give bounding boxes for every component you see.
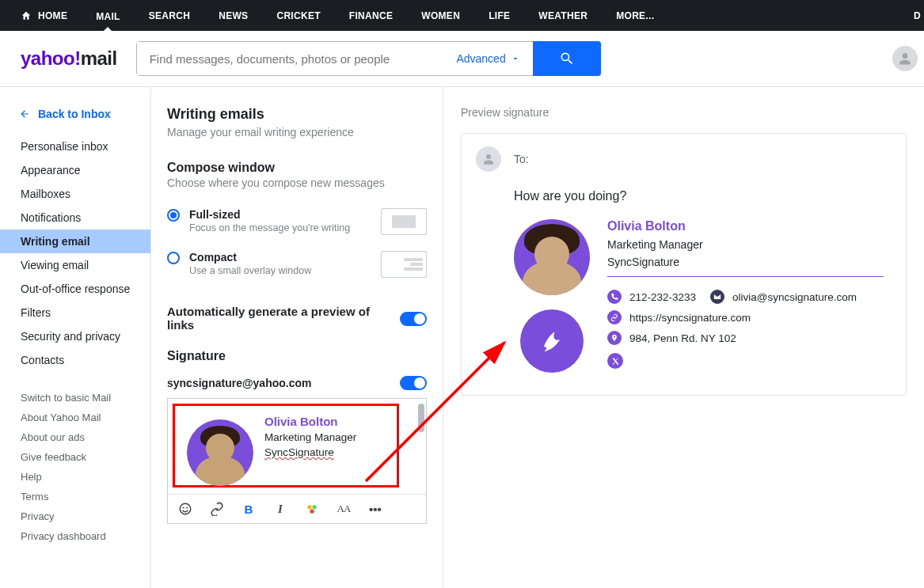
nav-weather[interactable]: WEATHER [538, 10, 587, 21]
search-icon [559, 51, 575, 66]
font-size-button[interactable]: AA [336, 501, 352, 517]
twitter-icon[interactable] [607, 353, 623, 369]
sidebar-feedback[interactable]: Give feedback [0, 447, 150, 467]
color-icon [305, 502, 319, 516]
preview-to-row: To: [476, 146, 884, 172]
emoji-button[interactable] [177, 501, 193, 517]
sidebar-contacts[interactable]: Contacts [0, 348, 150, 372]
sidebar-terms[interactable]: Terms [0, 487, 150, 506]
sidebar-about-yahoo-mail[interactable]: About Yahoo Mail [0, 408, 150, 427]
compact-thumb [381, 251, 427, 278]
nav-news[interactable]: NEWS [219, 10, 248, 21]
sig-small-company: SyncSignature [264, 443, 356, 458]
compose-heading: Compose window [167, 161, 427, 175]
signature-edit-area[interactable]: Olivia Bolton Marketing Manager SyncSign… [168, 399, 426, 494]
to-label: To: [514, 153, 529, 165]
advanced-search-link[interactable]: Advanced [443, 52, 532, 65]
search-box: Advanced [136, 41, 601, 76]
link-preview-toggle[interactable] [400, 312, 427, 326]
bold-button[interactable]: B [241, 501, 257, 517]
color-button[interactable] [304, 501, 320, 517]
sidebar-privacy-dashboard[interactable]: Privacy dashboard [0, 526, 150, 546]
signature-avatar [514, 219, 590, 295]
global-nav: HOME MAIL SEARCH NEWS CRICKET FINANCE WO… [0, 0, 924, 31]
sig-name: Olivia Bolton [607, 219, 884, 233]
sig-company: SyncSignature [607, 251, 884, 268]
radio-compact-sub: Use a small overlay window [189, 265, 311, 276]
signature-editor: Olivia Bolton Marketing Manager SyncSign… [167, 398, 427, 524]
radio-full-sized[interactable] [167, 209, 180, 222]
sig-email-row: olivia@syncsignature.com [710, 286, 857, 307]
compose-option-full[interactable]: Full-sized Focus on the message you're w… [167, 200, 427, 243]
more-button[interactable]: ••• [367, 501, 383, 517]
preview-pane: Preview signature To: How are you doing?… [443, 87, 924, 588]
nav-right-edge: D [914, 10, 921, 21]
nav-search[interactable]: SEARCH [149, 10, 190, 21]
editor-scrollbar[interactable] [418, 404, 424, 432]
sidebar-privacy[interactable]: Privacy [0, 506, 150, 526]
nav-home[interactable]: HOME [38, 10, 67, 21]
sig-title: Marketing Manager [607, 233, 884, 251]
signature-content-small: Olivia Bolton Marketing Manager SyncSign… [187, 415, 356, 486]
home-icon [21, 10, 32, 21]
header: yahoo!mail Advanced [0, 31, 924, 87]
chevron-down-icon [511, 54, 520, 63]
compose-sub: Choose where you compose new messages [167, 176, 427, 189]
svg-point-4 [312, 505, 316, 509]
compose-option-compact[interactable]: Compact Use a small overlay window [167, 243, 427, 286]
nav-more[interactable]: MORE... [616, 10, 654, 21]
sidebar-basic-mail[interactable]: Switch to basic Mail [0, 388, 150, 408]
preview-label: Preview signature [461, 106, 907, 119]
settings-panel: Writing emails Manage your email writing… [151, 87, 443, 588]
location-icon [607, 331, 622, 345]
sig-address-row: 984, Penn Rd. NY 102 [607, 328, 884, 348]
smiley-icon [178, 502, 192, 516]
arrow-left-icon [19, 108, 30, 119]
sidebar-viewing-email[interactable]: Viewing email [0, 253, 150, 277]
sig-divider [607, 276, 884, 277]
radio-full-label: Full-sized [189, 208, 350, 221]
phone-icon [607, 290, 622, 304]
link-icon [607, 310, 622, 324]
svg-point-3 [307, 505, 311, 509]
sidebar-mailboxes[interactable]: Mailboxes [0, 182, 150, 206]
sig-small-name: Olivia Bolton [264, 415, 356, 428]
link-preview-label: Automatically generate a preview of link… [167, 305, 400, 332]
link-icon [210, 502, 224, 516]
sig-website-row: https://syncsignature.com [607, 307, 884, 328]
signature-preview: Olivia Bolton Marketing Manager SyncSign… [476, 219, 884, 373]
italic-button[interactable]: I [272, 501, 288, 517]
syncsignature-logo-icon [536, 325, 568, 357]
signature-account-row: syncsignature@yahoo.com [167, 365, 427, 398]
sidebar-about-ads[interactable]: About our ads [0, 427, 150, 447]
sidebar-filters[interactable]: Filters [0, 301, 150, 324]
nav-life[interactable]: LIFE [489, 10, 510, 21]
sidebar-help[interactable]: Help [0, 467, 150, 487]
svg-point-5 [310, 509, 314, 513]
account-avatar[interactable] [892, 46, 918, 71]
recipient-avatar [476, 146, 501, 172]
back-to-inbox[interactable]: Back to Inbox [0, 101, 150, 135]
link-preview-row: Automatically generate a preview of link… [167, 286, 427, 341]
user-icon [481, 152, 496, 166]
signature-toggle[interactable] [400, 376, 427, 390]
link-button[interactable] [209, 501, 225, 517]
search-input[interactable] [137, 42, 444, 75]
full-sized-thumb [381, 208, 427, 235]
nav-cricket[interactable]: CRICKET [276, 10, 320, 21]
sidebar-appearance[interactable]: Appearance [0, 158, 150, 182]
sig-small-title: Marketing Manager [264, 428, 356, 443]
search-button[interactable] [533, 41, 601, 76]
nav-mail[interactable]: MAIL [96, 11, 120, 22]
sidebar-out-of-office[interactable]: Out-of-office response [0, 277, 150, 301]
svg-point-2 [186, 507, 188, 509]
nav-women[interactable]: WOMEN [421, 10, 460, 21]
radio-compact[interactable] [167, 252, 180, 264]
sidebar-writing-email[interactable]: Writing email [0, 230, 150, 253]
sidebar-security[interactable]: Security and privacy [0, 324, 150, 348]
sidebar-personalise[interactable]: Personalise inbox [0, 135, 150, 158]
nav-finance[interactable]: FINANCE [349, 10, 393, 21]
editor-toolbar: B I AA ••• [168, 494, 426, 523]
sidebar-notifications[interactable]: Notifications [0, 206, 150, 230]
company-logo [520, 309, 584, 373]
